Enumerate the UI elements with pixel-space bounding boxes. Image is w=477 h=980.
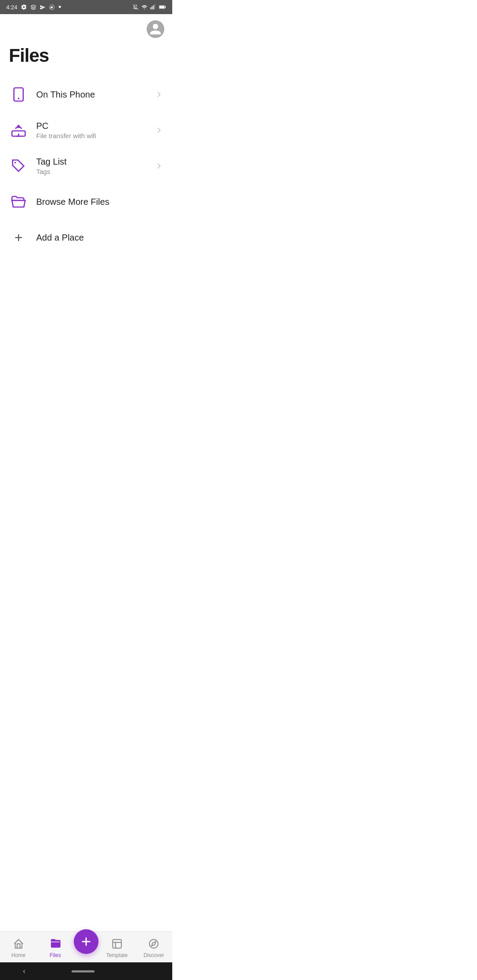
tag-list-text: Tag List Tags <box>36 157 155 175</box>
tag-list-title: Tag List <box>36 157 155 167</box>
svg-rect-4 <box>154 4 155 10</box>
svg-rect-3 <box>153 5 154 9</box>
pc-item[interactable]: PC File transfer with wifi <box>0 113 172 148</box>
tag-icon <box>9 156 28 176</box>
status-bar-right <box>132 4 166 10</box>
browse-more-files-title: Browse More Files <box>36 197 163 207</box>
nav-arrow-icon <box>30 4 36 10</box>
tag-list-item[interactable]: Tag List Tags <box>0 148 172 184</box>
whatsapp-icon <box>49 4 55 10</box>
svg-point-14 <box>15 162 16 164</box>
dot-icon: • <box>58 3 61 12</box>
add-a-place-item[interactable]: + Add a Place <box>0 220 172 256</box>
battery-icon <box>159 4 166 10</box>
page-title: Files <box>0 40 172 77</box>
pc-chevron <box>155 126 163 135</box>
on-this-phone-item[interactable]: On This Phone <box>0 77 172 113</box>
svg-rect-6 <box>165 6 166 8</box>
pc-text: PC File transfer with wifi <box>36 121 155 139</box>
svg-rect-7 <box>159 6 164 8</box>
add-place-plus-icon: + <box>9 228 28 247</box>
add-a-place-text: Add a Place <box>36 233 163 243</box>
on-this-phone-chevron <box>155 90 163 99</box>
files-list: On This Phone PC File transfer with wifi <box>0 77 172 256</box>
user-avatar[interactable] <box>147 20 164 38</box>
on-this-phone-text: On This Phone <box>36 90 155 100</box>
pc-subtitle: File transfer with wifi <box>36 132 155 139</box>
settings-status-icon <box>21 4 27 10</box>
status-bar-left: 4:24 • <box>6 3 61 12</box>
phone-icon <box>9 85 28 104</box>
wifi-icon <box>141 4 148 10</box>
tag-list-chevron <box>155 162 163 170</box>
header <box>0 14 172 40</box>
send-icon <box>40 4 45 10</box>
on-this-phone-title: On This Phone <box>36 90 155 100</box>
user-avatar-icon <box>149 23 162 36</box>
svg-rect-1 <box>151 8 151 10</box>
svg-rect-2 <box>152 6 153 9</box>
tag-list-subtitle: Tags <box>36 168 155 175</box>
status-time: 4:24 <box>6 4 17 11</box>
status-bar: 4:24 • <box>0 0 172 14</box>
add-a-place-title: Add a Place <box>36 233 163 243</box>
browse-more-files-item[interactable]: Browse More Files <box>0 184 172 220</box>
wifi-monitor-icon <box>9 121 28 140</box>
signal-icon <box>150 4 156 10</box>
pc-title: PC <box>36 121 155 131</box>
bell-mute-icon <box>132 4 139 10</box>
folder-open-icon <box>9 192 28 211</box>
browse-more-files-text: Browse More Files <box>36 197 163 207</box>
svg-point-13 <box>18 125 19 126</box>
